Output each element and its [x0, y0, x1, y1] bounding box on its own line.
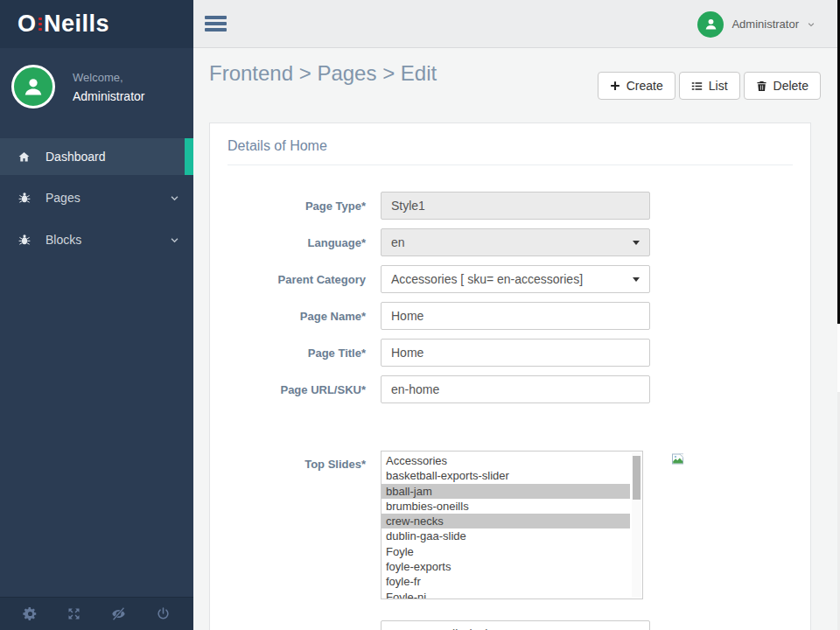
visibility-off-eye-icon[interactable]	[110, 606, 127, 622]
topbar: Administrator	[193, 0, 840, 48]
app-window: O Neills Welcome, Administrator Dashboar…	[0, 0, 840, 630]
chevron-down-icon	[633, 241, 640, 245]
sidebar-item-label: Pages	[46, 191, 80, 205]
page-url-label: Page URL/SKU*	[210, 383, 366, 396]
bug-icon	[18, 233, 33, 247]
plus-icon	[610, 80, 620, 91]
language-select[interactable]: en	[381, 228, 650, 256]
panel-title: Details of Home	[210, 123, 810, 154]
sidebar-item-label: Dashboard	[46, 150, 106, 164]
logo-dots-icon	[38, 18, 42, 32]
form-row: Small 4 Column Block* Home Small Block 4	[210, 620, 810, 630]
form-row: Language* en	[210, 228, 810, 256]
chevron-down-icon	[170, 193, 179, 203]
settings-gear-icon[interactable]	[23, 606, 38, 621]
chevron-down-icon	[170, 235, 179, 245]
page-name-input[interactable]	[381, 302, 650, 330]
brand-logo[interactable]: O Neills	[18, 10, 109, 38]
page-type-label: Page Type*	[210, 200, 366, 213]
sidebar-item-label: Blocks	[46, 233, 81, 247]
list-button[interactable]: List	[679, 72, 740, 100]
avatar	[11, 65, 55, 108]
bug-icon	[18, 191, 33, 205]
trash-icon	[756, 80, 767, 92]
list-scrollbar[interactable]	[632, 452, 641, 598]
top-slides-list[interactable]: Accessoriesbasketball-exports-sliderbbal…	[381, 451, 643, 599]
form-row: Page URL/SKU*	[210, 375, 810, 403]
brand-logo-o: O	[18, 10, 37, 38]
top-slides-label: Top Slides*	[210, 451, 366, 471]
delete-button[interactable]: Delete	[744, 72, 821, 100]
details-panel: Details of Home Page Type* Language* en	[209, 122, 811, 630]
form-row: Top Slides* Accessoriesbasketball-export…	[210, 451, 810, 599]
form-row: Page Type*	[210, 192, 810, 220]
sidebar-item-dashboard[interactable]: Dashboard	[0, 138, 193, 175]
list-option[interactable]: brumbies-oneills	[382, 499, 630, 514]
page-name-label: Page Name*	[210, 310, 366, 323]
person-icon	[703, 16, 719, 32]
sidebar: O Neills Welcome, Administrator Dashboar…	[0, 0, 193, 630]
page-type-input[interactable]	[381, 192, 650, 220]
list-option[interactable]: bball-jam	[382, 484, 630, 499]
page-url-input[interactable]	[381, 375, 650, 403]
list-option[interactable]: Accessories	[382, 453, 630, 468]
breadcrumb: Frontend > Pages > Edit	[209, 61, 437, 86]
list-option[interactable]: foyle-exports	[382, 559, 630, 574]
form-row: Page Title*	[210, 339, 810, 367]
form-row: Page Name*	[210, 302, 810, 330]
list-option[interactable]: Foyle-ni	[382, 590, 630, 599]
delete-button-label: Delete	[774, 79, 808, 93]
list-option[interactable]: dublin-gaa-slide	[382, 528, 630, 543]
person-icon	[20, 74, 46, 100]
list-button-label: List	[709, 79, 728, 93]
sidebar-username: Administrator	[73, 89, 144, 103]
home-icon	[18, 150, 33, 164]
logo-area: O Neills	[0, 0, 193, 48]
create-button[interactable]: Create	[598, 72, 676, 100]
top-slides-options: Accessoriesbasketball-exports-sliderbbal…	[382, 452, 642, 599]
create-button-label: Create	[626, 79, 663, 93]
language-label: Language*	[210, 236, 366, 249]
sidebar-menu: Dashboard Pages Blocks	[0, 138, 193, 262]
list-scrollbar-thumb[interactable]	[633, 456, 640, 500]
page-title-label: Page Title*	[210, 346, 366, 360]
toolbar: Create List Delete	[598, 72, 821, 100]
list-option[interactable]: Foyle	[382, 544, 630, 559]
page-title-input[interactable]	[381, 339, 650, 367]
sidebar-item-blocks[interactable]: Blocks	[0, 220, 193, 259]
parent-category-select-value: Accessories [ sku= en-accessories]	[391, 272, 583, 286]
list-icon	[691, 80, 703, 92]
broken-image-icon	[672, 453, 684, 466]
list-option[interactable]: basketball-exports-slider	[382, 468, 630, 483]
hamburger-menu-icon[interactable]	[205, 10, 234, 37]
sidebar-footer	[0, 597, 193, 630]
user-menu[interactable]: Administrator	[697, 0, 816, 48]
parent-category-label: Parent Category	[210, 273, 366, 286]
fullscreen-expand-icon[interactable]	[66, 606, 81, 621]
topbar-username: Administrator	[732, 18, 799, 31]
power-icon[interactable]	[156, 606, 171, 621]
language-select-value: en	[391, 235, 405, 249]
edit-form: Page Type* Language* en Parent Category	[210, 165, 810, 630]
list-option[interactable]: crew-necks	[382, 514, 630, 528]
welcome-label: Welcome,	[73, 71, 144, 84]
form-row: Parent Category Accessories [ sku= en-ac…	[210, 265, 810, 293]
chevron-down-icon	[807, 20, 816, 29]
avatar	[697, 11, 724, 38]
active-indicator	[185, 138, 193, 175]
chevron-down-icon	[633, 277, 640, 282]
sidebar-item-pages[interactable]: Pages	[0, 178, 193, 217]
parent-category-select[interactable]: Accessories [ sku= en-accessories]	[381, 265, 650, 293]
main-content: Frontend > Pages > Edit Create List Dele…	[193, 48, 837, 630]
list-option[interactable]: foyle-fr	[382, 574, 630, 589]
brand-logo-rest: Neills	[44, 10, 109, 38]
small-4-column-block-select[interactable]: Home Small Block 4	[381, 620, 650, 630]
sidebar-user-panel: Welcome, Administrator	[0, 56, 193, 117]
